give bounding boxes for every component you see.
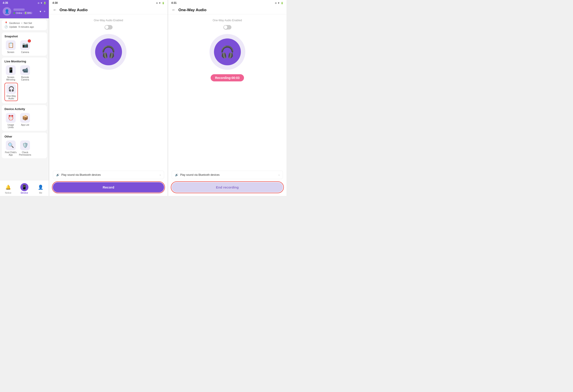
- record-button[interactable]: Record: [53, 182, 164, 192]
- geofence-dot: ●: [21, 22, 22, 24]
- status-time: 4:35: [3, 1, 8, 4]
- audio-time-2: 4:30: [52, 1, 58, 4]
- nav-me[interactable]: 👤 Me: [35, 182, 47, 195]
- toggle-knob-2: [105, 25, 108, 29]
- device-nav-label: Device: [21, 192, 28, 194]
- device-activity-section: Device Activity ⏰ Usage Limits 📦 App Lis…: [2, 105, 47, 131]
- screen-mirroring-icon-box: 📱: [6, 65, 16, 75]
- end-recording-button[interactable]: End recording: [172, 182, 283, 192]
- app-header: 👤 Online 🔋 89% ▾ ＋: [0, 5, 49, 18]
- main-panel: 4:35 ⊖ ▼ 🔋 👤 Online 🔋 89% ▾ ＋ 📍: [0, 0, 49, 196]
- usage-limits-label: Usage Limits: [4, 124, 17, 129]
- audio-status-icons-2: ⊖ ▼ 🔋: [156, 2, 164, 4]
- find-childs-app-label: Find Child's App: [4, 151, 17, 156]
- bluetooth-row-2[interactable]: 🔊 Play sound via Bluetooth devices ›: [53, 170, 164, 179]
- audio-body-3: One-Way Audio Enabled 🎧 Recording:00:03 …: [168, 14, 286, 196]
- audio-wifi-icon-2: ▼: [159, 2, 161, 4]
- audio-toggle-3[interactable]: [223, 25, 232, 30]
- audio-screen-title-2: One-Way Audio: [59, 8, 88, 12]
- geofence-value: Not Set: [24, 22, 32, 24]
- user-info: Online 🔋 89%: [13, 8, 37, 14]
- other-grid: 🔍 Find Child's App 🛡️ Check Permissions: [4, 140, 44, 156]
- audio-time-3: 4:31: [171, 1, 177, 4]
- screen-mirroring-label: Screen Mirroring: [4, 76, 17, 81]
- headphone-icon-2: 🎧: [101, 45, 116, 59]
- add-icon[interactable]: ＋: [43, 9, 46, 13]
- enabled-label-2: One-Way Audio Enabled: [94, 19, 123, 22]
- bluetooth-chevron-3: ›: [278, 173, 280, 177]
- bluetooth-left-2: 🔊 Play sound via Bluetooth devices: [56, 173, 101, 176]
- status-text: Online: [16, 12, 22, 14]
- one-way-audio-icon-box: 🎧: [6, 84, 16, 94]
- snapshot-title: Snapshot: [4, 35, 44, 38]
- other-section: Other 🔍 Find Child's App 🛡️ Check Permis…: [2, 133, 47, 158]
- one-way-audio-label: One-Way Audio: [6, 95, 17, 100]
- remote-camera-icon-box: 📹: [20, 65, 30, 75]
- audio-signal-icon-2: ⊖: [156, 2, 158, 4]
- usage-limits-icon: ⏰: [8, 115, 14, 121]
- device-nav-icon: 📱: [20, 183, 28, 191]
- update-icon: 🕐: [4, 25, 8, 28]
- audio-wifi-icon-3: ▼: [278, 2, 280, 4]
- usage-limits-item[interactable]: ⏰ Usage Limits: [4, 113, 17, 129]
- nav-notice[interactable]: 🔔 Notice: [2, 182, 14, 195]
- back-button-3[interactable]: ←: [172, 8, 176, 12]
- battery-badge: 🔋 89%: [23, 12, 33, 14]
- device-activity-grid: ⏰ Usage Limits 📦 App List: [4, 113, 44, 129]
- headphone-inner-3: 🎧: [214, 38, 241, 65]
- bluetooth-chevron-2: ›: [160, 173, 161, 177]
- screen-icon-box: 📋: [6, 40, 16, 50]
- audio-status-icons-3: ⊖ ▼ 🔋: [275, 2, 283, 4]
- update-row: 🕐 Update 9 minutes ago: [4, 25, 44, 28]
- nav-device[interactable]: 📱 Device: [18, 182, 30, 195]
- notice-nav-icon: 🔔: [4, 183, 12, 191]
- bluetooth-row-3[interactable]: 🔊 Play sound via Bluetooth devices ›: [172, 170, 283, 179]
- update-value: 9 minutes ago: [18, 25, 34, 28]
- status-icons: ⊖ ▼ 🔋: [38, 2, 46, 4]
- live-monitoring-section: Live Monitoring 📱 Screen Mirroring 📹 Rem…: [2, 57, 47, 103]
- headphone-graphic-2: 🎧: [91, 34, 126, 70]
- bluetooth-label-3: Play sound via Bluetooth devices: [180, 173, 220, 176]
- find-childs-app-icon-box: 🔍: [6, 140, 16, 150]
- screen-item[interactable]: 📋 Screen: [4, 40, 17, 53]
- remote-camera-item[interactable]: 📹 Remote Camera: [19, 65, 31, 81]
- other-title: Other: [4, 135, 44, 138]
- camera-item[interactable]: 📷 ! Camera: [19, 40, 31, 53]
- check-permissions-item[interactable]: 🛡️ Check Permissions: [19, 140, 31, 156]
- audio-toggle-2[interactable]: [105, 25, 113, 30]
- screen-icon: 📋: [8, 42, 14, 48]
- geofence-label: Geofence: [9, 22, 20, 24]
- bluetooth-label-2: Play sound via Bluetooth devices: [61, 173, 101, 176]
- enabled-label-3: One-Way Audio Enabled: [213, 19, 242, 22]
- screen-mirroring-icon: 📱: [8, 67, 14, 73]
- avatar: 👤: [3, 7, 11, 16]
- find-childs-app-icon: 🔍: [8, 142, 14, 148]
- audio-battery-icon-2: 🔋: [162, 2, 164, 4]
- camera-icon-box: 📷 !: [20, 40, 30, 50]
- battery-icon: 🔋: [43, 2, 46, 4]
- snapshot-grid: 📋 Screen 📷 ! Camera: [4, 40, 44, 53]
- dropdown-icon[interactable]: ▾: [40, 10, 41, 13]
- back-button-2[interactable]: ←: [53, 8, 57, 12]
- audio-screen-title-3: One-Way Audio: [179, 8, 206, 12]
- wifi-icon: ▼: [40, 2, 42, 4]
- app-list-label: App List: [21, 124, 29, 126]
- audio-status-bar-3: 4:31 ⊖ ▼ 🔋: [168, 0, 286, 5]
- snapshot-section: Snapshot 📋 Screen 📷 ! Camera: [2, 33, 47, 56]
- screen-mirroring-item[interactable]: 📱 Screen Mirroring: [4, 65, 17, 81]
- bluetooth-icon-3: 🔊: [175, 173, 179, 176]
- one-way-audio-icon: 🎧: [8, 86, 14, 92]
- bottom-nav: 🔔 Notice 📱 Device 👤 Me: [0, 180, 49, 196]
- info-card: 📍 Geofence ● Not Set 🕐 Update 9 minutes …: [2, 20, 47, 30]
- check-permissions-label: Check Permissions: [19, 151, 31, 156]
- status-bar: 4:35 ⊖ ▼ 🔋: [0, 0, 49, 5]
- find-childs-app-item[interactable]: 🔍 Find Child's App: [4, 140, 17, 156]
- audio-topbar-2: ← One-Way Audio: [49, 5, 168, 14]
- headphone-icon-3: 🎧: [220, 45, 234, 59]
- remote-camera-icon: 📹: [22, 67, 28, 73]
- one-way-audio-item[interactable]: 🎧 One-Way Audio: [4, 83, 18, 101]
- bluetooth-left-3: 🔊 Play sound via Bluetooth devices: [175, 173, 220, 176]
- live-monitoring-grid: 📱 Screen Mirroring 📹 Remote Camera 🎧 One…: [4, 65, 44, 101]
- app-list-item[interactable]: 📦 App List: [19, 113, 31, 129]
- device-activity-title: Device Activity: [4, 107, 44, 111]
